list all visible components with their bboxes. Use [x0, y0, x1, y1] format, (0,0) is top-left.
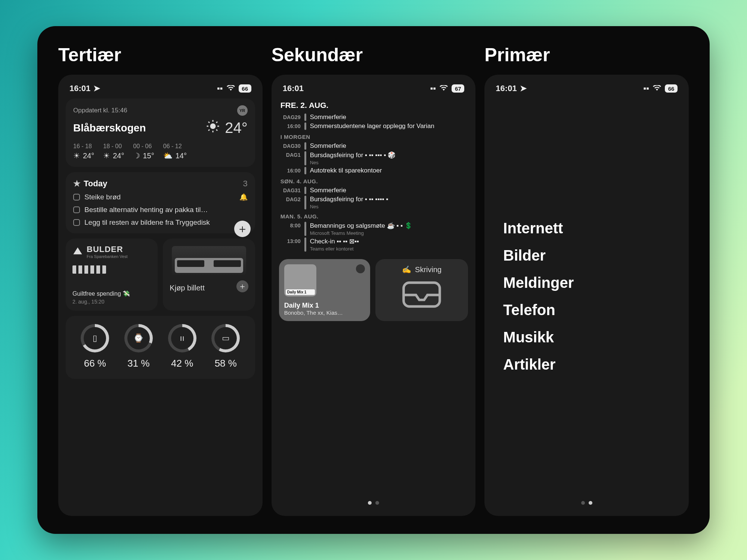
cal-sub-text: Teams eller kontoret	[310, 246, 359, 252]
batteries-widget[interactable]: ▯ 66 % ⌚ 31 % ıı 42 % ▭ 58 %	[66, 316, 255, 379]
playlist-title: Daily Mix 1	[284, 302, 365, 309]
phone-icon: ▯	[93, 333, 97, 343]
todo-title: Today	[84, 179, 107, 188]
calendar-row[interactable]: DAG29Sommerferie	[279, 113, 468, 121]
cal-text: Bursdagsfeiring for ▪ ▪▪ ▪▪▪ ▪ 🎲	[310, 152, 396, 159]
buy-ticket-label: Kjøp billett	[170, 284, 204, 292]
battery-pct: 42 %	[171, 358, 193, 369]
checkbox-icon[interactable]	[73, 206, 80, 213]
calendar-row[interactable]: 16:00Autotrekk til sparekontoer	[279, 167, 468, 174]
app-telefon[interactable]: Telefon	[503, 302, 681, 318]
app-bilder[interactable]: Bilder	[503, 247, 681, 264]
page-indicator[interactable]	[279, 494, 468, 507]
case-icon: ▭	[222, 333, 230, 343]
battery-badge: 66	[239, 84, 251, 93]
calendar-row[interactable]: DAG1Bursdagsfeiring for ▪ ▪▪ ▪▪▪ ▪ 🎲Nes	[279, 151, 468, 165]
battery-pct: 66 %	[84, 358, 106, 369]
page-dot[interactable]	[589, 501, 592, 505]
primary-column: Primær 16:01 ➤ ▪▪ 66 Internett Bilder	[484, 44, 689, 516]
sun-icon: ☀	[73, 151, 80, 160]
album-art: Daily Mix 1	[284, 264, 316, 296]
calendar-subhead: SØN. 4. AUG.	[280, 178, 468, 184]
cal-time: DAG2	[279, 196, 301, 202]
secondary-column: Sekundær 16:01 ▪▪ 67 FRE. 2. AUG. DAG29S…	[272, 44, 476, 516]
forecast-range: 00 - 06	[133, 143, 154, 150]
cellular-icon: ▪▪	[643, 84, 649, 93]
cal-time: 16:00	[279, 122, 301, 129]
forecast-slot: 00 - 06 ☽15°	[133, 143, 154, 160]
app-musikk[interactable]: Musikk	[503, 329, 681, 346]
todo-count: 3	[243, 179, 247, 189]
calendar-row[interactable]: 8:00Bemannings og salgsmøte ☕ ▪ ▪ 💲Micro…	[279, 222, 468, 236]
calendar-row[interactable]: 16:00Sommerstudentene lager opplegg for …	[279, 122, 468, 130]
event-bar	[304, 122, 306, 130]
forecast-temp: 24°	[83, 152, 94, 160]
add-todo-button[interactable]: ＋	[234, 221, 251, 237]
battery-watch: ⌚ 31 %	[124, 324, 153, 369]
cal-time: 16:00	[279, 167, 301, 174]
pencil-icon: ✍️	[402, 265, 411, 274]
watch-icon: ⌚	[133, 333, 143, 343]
calendar-widget[interactable]: FRE. 2. AUG. DAG29Sommerferie 16:00Somme…	[279, 99, 468, 253]
todo-item[interactable]: Bestille alternativ henting av pakka til…	[73, 206, 248, 214]
event-bar	[304, 196, 306, 209]
weather-updated: Oppdatert kl. 15:46	[73, 107, 127, 114]
add-ticket-button[interactable]: ＋	[236, 280, 248, 292]
todo-item[interactable]: Steike brød 🔔	[73, 193, 248, 201]
calendar-row[interactable]: DAG31Sommerferie	[279, 187, 468, 194]
bank-brand: BULDER	[87, 245, 127, 254]
cal-text: Sommerferie	[310, 187, 346, 194]
todo-label: Bestille alternativ henting av pakka til…	[84, 206, 208, 214]
page-indicator[interactable]	[492, 494, 681, 507]
calendar-row[interactable]: 13:00Check-in ▪▪ ▪▪ ⊠▪▪Teams eller konto…	[279, 237, 468, 252]
cal-text: Sommerferie	[310, 113, 346, 121]
cal-time: 8:00	[279, 222, 301, 228]
calendar-row[interactable]: DAG2Bursdagsfeiring for ▪ ▪▪ ▪▪▪▪ ▪Nes	[279, 196, 468, 209]
tertiary-phone: 16:01 ➤ ▪▪ 66 Oppdatert kl. 15:46	[58, 75, 263, 516]
writing-widget[interactable]: ✍️Skriving	[375, 259, 468, 321]
battery-badge: 67	[452, 84, 464, 93]
status-bar: 16:01 ➤ ▪▪ 66	[66, 81, 255, 99]
checkbox-icon[interactable]	[73, 219, 80, 226]
moon-icon: ☽	[133, 151, 140, 160]
page-dot[interactable]	[375, 501, 379, 505]
cal-sub-text: Nes	[310, 204, 388, 209]
transit-widget[interactable]: Kjøp billett ＋	[163, 239, 255, 311]
art-label: Daily Mix 1	[286, 289, 315, 295]
svg-line-6	[216, 130, 217, 131]
weather-now-temp: 24°	[225, 119, 248, 136]
bank-label: Guiltfree spending 💸	[72, 290, 151, 297]
sun-icon	[206, 119, 220, 136]
svg-point-0	[210, 124, 216, 129]
todo-widget[interactable]: ★Today 3 Steike brød 🔔 Bestille alternat…	[66, 172, 255, 233]
forecast-slot: 16 - 18 ☀24°	[73, 143, 94, 160]
calendar-row[interactable]: DAG30Sommerferie	[279, 142, 468, 150]
cal-text: Bemannings og salgsmøte ☕ ▪ ▪ 💲	[310, 222, 412, 229]
bank-widget[interactable]: BULDER Fra Sparebanken Vest Guiltfree sp…	[66, 239, 158, 311]
forecast-temp: 24°	[113, 152, 124, 160]
forecast-slot: 06 - 12 ⛅14°	[163, 143, 187, 160]
playlist-subtitle: Bonobo, The xx, Kias…	[284, 309, 365, 316]
checkbox-icon[interactable]	[73, 194, 80, 200]
weather-widget[interactable]: Oppdatert kl. 15:46 YR Blåbærskogen 24°	[66, 99, 255, 167]
spotify-logo-icon	[356, 264, 365, 273]
event-bar	[304, 142, 306, 150]
bulder-logo-icon	[72, 246, 83, 258]
spotify-widget[interactable]: Daily Mix 1 Daily Mix 1 Bonobo, The xx, …	[279, 259, 370, 321]
sun-icon: ☀	[103, 151, 110, 160]
app-internett[interactable]: Internett	[503, 220, 681, 237]
columns: Tertiær 16:01 ➤ ▪▪ 66	[58, 44, 689, 516]
app-artikler[interactable]: Artikler	[503, 356, 681, 373]
battery-case: ▭ 58 %	[211, 324, 240, 369]
page-dot[interactable]	[581, 501, 585, 505]
app-meldinger[interactable]: Meldinger	[503, 274, 681, 291]
wifi-icon	[227, 84, 235, 93]
event-bar	[304, 237, 306, 252]
forecast-slot: 18 - 00 ☀24°	[103, 143, 124, 160]
writing-label: Skriving	[415, 265, 441, 274]
cellular-icon: ▪▪	[430, 84, 436, 93]
cal-text: Autotrekk til sparekontoer	[310, 167, 382, 174]
todo-item[interactable]: Legg til resten av bildene fra Tryggedis…	[73, 218, 248, 227]
cellular-icon: ▪▪	[217, 84, 223, 93]
page-dot[interactable]	[368, 501, 372, 505]
